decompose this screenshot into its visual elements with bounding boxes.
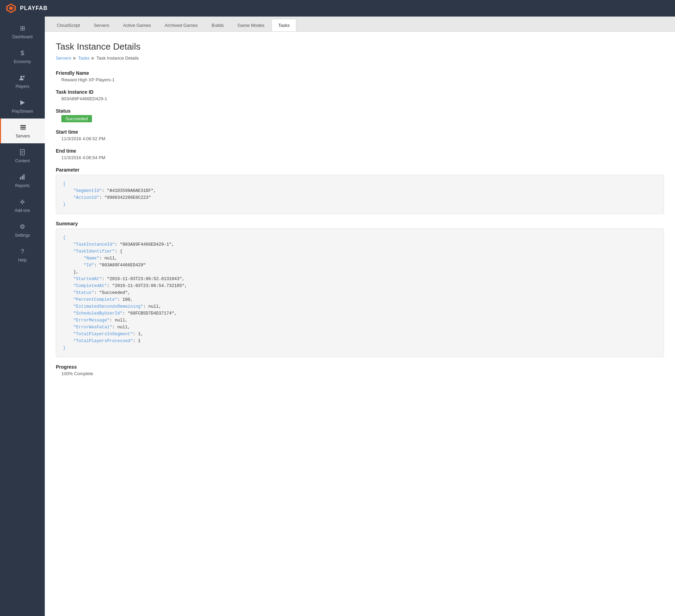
page-title: Task Instance Details <box>56 41 664 52</box>
start-time-value: 11/3/2016 4:06:52 PM <box>56 136 664 141</box>
tab-servers[interactable]: Servers <box>87 19 116 31</box>
svg-point-4 <box>23 76 25 78</box>
main-layout: ⊞ Dashboard $ Economy Players PlayStream… <box>0 17 675 616</box>
progress-section: Progress 100% Complete <box>56 364 664 376</box>
tab-builds[interactable]: Builds <box>205 19 230 31</box>
top-navbar: PLAYFAB <box>0 0 675 17</box>
sidebar-item-servers[interactable]: Servers <box>0 119 45 143</box>
tab-tasks[interactable]: Tasks <box>272 19 296 31</box>
svg-rect-13 <box>20 177 21 179</box>
players-icon <box>18 74 27 82</box>
economy-icon: $ <box>18 49 27 57</box>
page-content: Task Instance Details Servers ▶ Tasks ▶ … <box>45 32 675 616</box>
sidebar-label-settings: Settings <box>15 233 30 238</box>
svg-rect-15 <box>23 174 24 179</box>
breadcrumb: Servers ▶ Tasks ▶ Task Instance Details <box>56 55 664 61</box>
sidebar-item-settings[interactable]: ⚙ Settings <box>0 218 45 243</box>
breadcrumb-sep-2: ▶ <box>92 56 94 60</box>
sidebar-item-players[interactable]: Players <box>0 69 45 94</box>
breadcrumb-tasks-link[interactable]: Tasks <box>78 55 90 61</box>
sidebar-label-dashboard: Dashboard <box>12 34 33 39</box>
status-section: Status Succeeded <box>56 108 664 122</box>
progress-value: 100% Complete <box>56 371 664 376</box>
sidebar: ⊞ Dashboard $ Economy Players PlayStream… <box>0 17 45 616</box>
svg-point-16 <box>21 201 23 203</box>
addons-icon <box>18 198 27 206</box>
sidebar-label-reports: Reports <box>15 183 30 188</box>
sidebar-item-help[interactable]: ? Help <box>0 243 45 267</box>
sidebar-item-addons[interactable]: Add-ons <box>0 193 45 218</box>
content-area: CloudScript Servers Active Games Archive… <box>45 17 675 616</box>
sidebar-item-content[interactable]: Content <box>0 143 45 168</box>
parameter-label: Parameter <box>56 167 664 173</box>
parameter-section: Parameter { "SegmentId": "A41D3598A0AE31… <box>56 167 664 214</box>
sidebar-item-economy[interactable]: $ Economy <box>0 44 45 69</box>
content-icon <box>18 148 27 156</box>
svg-rect-6 <box>20 125 26 126</box>
sidebar-label-economy: Economy <box>14 59 31 64</box>
sidebar-label-help: Help <box>18 258 27 263</box>
svg-rect-7 <box>20 127 26 129</box>
start-time-section: Start time 11/3/2016 4:06:52 PM <box>56 129 664 141</box>
tab-game-modes[interactable]: Game Modes <box>231 19 271 31</box>
start-time-label: Start time <box>56 129 664 135</box>
summary-section: Summary { "TaskInstanceId": "803A89F4466… <box>56 221 664 357</box>
friendly-name-label: Friendly Name <box>56 70 664 76</box>
task-instance-id-section: Task Instance ID 803A89F4466ED429-1 <box>56 89 664 101</box>
breadcrumb-sep-1: ▶ <box>73 56 76 60</box>
friendly-name-value: Reward High XP Players-1 <box>56 77 664 82</box>
sidebar-item-dashboard[interactable]: ⊞ Dashboard <box>0 19 45 44</box>
progress-label: Progress <box>56 364 664 370</box>
dashboard-icon: ⊞ <box>18 24 27 32</box>
sidebar-item-playstream[interactable]: PlayStream <box>0 94 45 119</box>
summary-code: { "TaskInstanceId": "803A89F4466ED429-1"… <box>56 228 664 357</box>
breadcrumb-current: Task Instance Details <box>96 55 139 61</box>
end-time-value: 11/3/2016 4:06:54 PM <box>56 155 664 160</box>
task-instance-id-label: Task Instance ID <box>56 89 664 95</box>
end-time-label: End time <box>56 148 664 154</box>
tab-active-games[interactable]: Active Games <box>116 19 157 31</box>
tab-bar: CloudScript Servers Active Games Archive… <box>45 17 675 32</box>
svg-rect-14 <box>22 176 23 179</box>
settings-icon: ⚙ <box>18 223 27 231</box>
reports-icon <box>18 173 27 181</box>
friendly-name-section: Friendly Name Reward High XP Players-1 <box>56 70 664 82</box>
app-name: PLAYFAB <box>20 5 48 11</box>
breadcrumb-servers-link[interactable]: Servers <box>56 55 71 61</box>
svg-rect-8 <box>20 129 26 130</box>
svg-point-3 <box>20 76 22 78</box>
logo-area[interactable]: PLAYFAB <box>6 3 48 14</box>
sidebar-label-players: Players <box>16 84 29 89</box>
playstream-icon <box>18 99 27 107</box>
svg-marker-5 <box>20 100 25 105</box>
parameter-code: { "SegmentId": "A41D3598A0AE31DF", "Acti… <box>56 175 664 214</box>
status-label: Status <box>56 108 664 114</box>
task-instance-id-value: 803A89F4466ED429-1 <box>56 96 664 101</box>
sidebar-label-addons: Add-ons <box>15 208 30 213</box>
tab-archived-games[interactable]: Archived Games <box>158 19 204 31</box>
sidebar-label-playstream: PlayStream <box>12 109 33 114</box>
help-icon: ? <box>18 247 27 256</box>
summary-label: Summary <box>56 221 664 226</box>
tab-cloudscript[interactable]: CloudScript <box>50 19 86 31</box>
sidebar-label-servers: Servers <box>16 134 30 138</box>
playfab-logo-icon <box>6 3 17 14</box>
end-time-section: End time 11/3/2016 4:06:54 PM <box>56 148 664 160</box>
status-badge: Succeeded <box>61 115 92 122</box>
sidebar-label-content: Content <box>15 158 30 163</box>
servers-icon <box>19 123 27 132</box>
sidebar-item-reports[interactable]: Reports <box>0 168 45 193</box>
